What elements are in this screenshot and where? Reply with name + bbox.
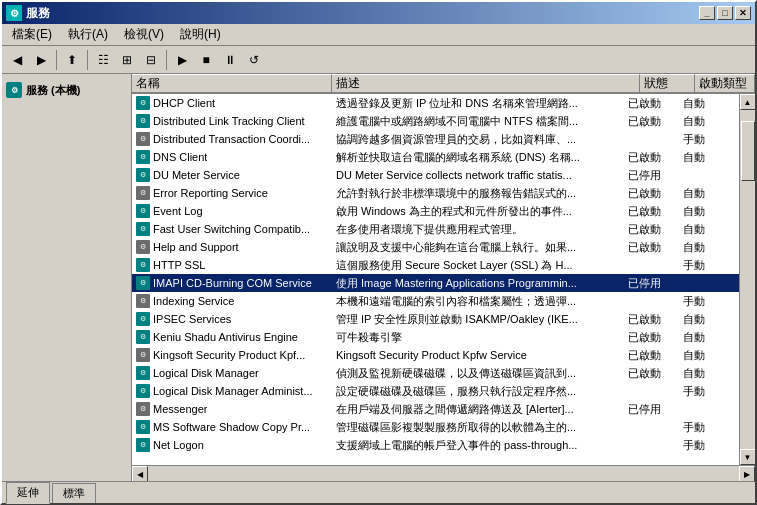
vertical-scrollbar[interactable]: ▲ ▼ [739, 94, 755, 465]
left-panel-title: ⚙ 服務 (本機) [6, 82, 127, 98]
service-desc-cell: 設定硬碟磁碟及磁碟區，服務只執行設定程序然... [332, 382, 624, 400]
service-row-icon: ⚙ [136, 258, 150, 272]
table-row[interactable]: ⚙Indexing Service本機和遠端電腦的索引內容和檔案屬性；透過彈..… [132, 292, 739, 310]
list-header: 名稱 描述 狀態 啟動類型 [132, 74, 755, 94]
service-desc-cell: DU Meter Service collects network traffi… [332, 166, 624, 184]
table-row[interactable]: ⚙Keniu Shadu Antivirus Engine可牛殺毒引擎已啟動自動 [132, 328, 739, 346]
table-row[interactable]: ⚙IMAPI CD-Burning COM Service使用 Image Ma… [132, 274, 739, 292]
service-name-cell: ⚙IMAPI CD-Burning COM Service [132, 274, 332, 292]
scroll-h-track[interactable] [148, 466, 739, 481]
service-status-cell: 已啟動 [624, 112, 679, 130]
show-button[interactable]: ☷ [92, 49, 114, 71]
menu-action[interactable]: 執行(A) [62, 24, 114, 45]
service-name-text: DNS Client [153, 151, 207, 163]
table-row[interactable]: ⚙HTTP SSL這個服務使用 Secure Socket Layer (SSL… [132, 256, 739, 274]
left-panel: ⚙ 服務 (本機) [2, 74, 132, 481]
service-row-icon: ⚙ [136, 420, 150, 434]
stop-button[interactable]: ■ [195, 49, 217, 71]
service-name-cell: ⚙IPSEC Services [132, 310, 332, 328]
service-name-text: HTTP SSL [153, 259, 205, 271]
service-desc-cell: 啟用 Windows 為主的程式和元件所發出的事件... [332, 202, 624, 220]
table-row[interactable]: ⚙Logical Disk Manager偵測及監視新硬碟磁碟，以及傳送磁碟區資… [132, 364, 739, 382]
tab-standard[interactable]: 標準 [52, 483, 96, 503]
service-startup-cell: 自動 [679, 220, 739, 238]
toolbar-separator-3 [166, 50, 167, 70]
right-panel: 名稱 描述 狀態 啟動類型 ⚙DHCP Client透過登錄及更新 IP 位址和… [132, 74, 755, 481]
service-startup-cell: 自動 [679, 148, 739, 166]
scroll-up-button[interactable]: ▲ [740, 94, 756, 110]
table-row[interactable]: ⚙DNS Client解析並快取這台電腦的網域名稱系統 (DNS) 名稱...已… [132, 148, 739, 166]
restart-button[interactable]: ↺ [243, 49, 265, 71]
service-startup-cell: 自動 [679, 184, 739, 202]
service-list[interactable]: ⚙DHCP Client透過登錄及更新 IP 位址和 DNS 名稱來管理網路..… [132, 94, 739, 465]
scroll-down-button[interactable]: ▼ [740, 449, 756, 465]
table-row[interactable]: ⚙MS Software Shadow Copy Pr...管理磁碟區影複製製服… [132, 418, 739, 436]
table-row[interactable]: ⚙Net Logon支援網域上電腦的帳戶登入事件的 pass-through..… [132, 436, 739, 454]
service-startup-cell: 手動 [679, 382, 739, 400]
play-button[interactable]: ▶ [171, 49, 193, 71]
forward-button[interactable]: ▶ [30, 49, 52, 71]
table-row[interactable]: ⚙Distributed Transaction Coordi...協調跨越多個… [132, 130, 739, 148]
menu-help[interactable]: 說明(H) [174, 24, 227, 45]
service-name-cell: ⚙Error Reporting Service [132, 184, 332, 202]
horizontal-scrollbar-container: ◀ ▶ [132, 465, 755, 481]
service-name-cell: ⚙Event Log [132, 202, 332, 220]
service-name-cell: ⚙Logical Disk Manager [132, 364, 332, 382]
scroll-track[interactable] [740, 110, 756, 449]
service-name-cell: ⚙Net Logon [132, 436, 332, 454]
col-header-status[interactable]: 狀態 [640, 74, 695, 93]
menu-view[interactable]: 檢視(V) [118, 24, 170, 45]
table-row[interactable]: ⚙Logical Disk Manager Administ...設定硬碟磁碟及… [132, 382, 739, 400]
scroll-right-button[interactable]: ▶ [739, 466, 755, 481]
service-status-cell: 已停用 [624, 400, 679, 418]
minus-button[interactable]: ⊟ [140, 49, 162, 71]
pause-button[interactable]: ⏸ [219, 49, 241, 71]
service-row-icon: ⚙ [136, 366, 150, 380]
service-desc-cell: 支援網域上電腦的帳戶登入事件的 pass-through... [332, 436, 624, 454]
table-row[interactable]: ⚙DU Meter ServiceDU Meter Service collec… [132, 166, 739, 184]
table-row[interactable]: ⚙Messenger在用戶端及伺服器之間傳遞網路傳送及 [Alerter]...… [132, 400, 739, 418]
tab-extended[interactable]: 延伸 [6, 482, 50, 504]
service-status-cell: 已啟動 [624, 202, 679, 220]
maximize-button[interactable]: □ [717, 6, 733, 20]
table-row[interactable]: ⚙Event Log啟用 Windows 為主的程式和元件所發出的事件...已啟… [132, 202, 739, 220]
service-name-text: Help and Support [153, 241, 239, 253]
table-row[interactable]: ⚙IPSEC Services管理 IP 安全性原則並啟動 ISAKMP/Oak… [132, 310, 739, 328]
service-name-text: IPSEC Services [153, 313, 231, 325]
service-desc-cell: 本機和遠端電腦的索引內容和檔案屬性；透過彈... [332, 292, 624, 310]
table-row[interactable]: ⚙Error Reporting Service允許對執行於非標準環境中的服務報… [132, 184, 739, 202]
window-icon: ⚙ [6, 5, 22, 21]
minimize-button[interactable]: _ [699, 6, 715, 20]
service-startup-cell: 手動 [679, 418, 739, 436]
col-header-desc[interactable]: 描述 [332, 74, 640, 93]
col-header-name[interactable]: 名稱 [132, 74, 332, 93]
scroll-thumb[interactable] [741, 121, 755, 181]
service-desc-cell: 使用 Image Mastering Applications Programm… [332, 274, 624, 292]
scroll-left-button[interactable]: ◀ [132, 466, 148, 481]
service-desc-cell: 可牛殺毒引擎 [332, 328, 624, 346]
back-button[interactable]: ◀ [6, 49, 28, 71]
service-name-cell: ⚙DHCP Client [132, 94, 332, 112]
service-status-cell: 已啟動 [624, 310, 679, 328]
table-row[interactable]: ⚙Distributed Link Tracking Client維護電腦中或網… [132, 112, 739, 130]
up-button[interactable]: ⬆ [61, 49, 83, 71]
table-row[interactable]: ⚙Help and Support讓說明及支援中心能夠在這台電腦上執行。如果..… [132, 238, 739, 256]
service-row-icon: ⚙ [136, 384, 150, 398]
menu-file[interactable]: 檔案(E) [6, 24, 58, 45]
service-name-text: MS Software Shadow Copy Pr... [153, 421, 310, 433]
table-row[interactable]: ⚙Kingsoft Security Product Kpf...Kingsof… [132, 346, 739, 364]
service-startup-cell: 自動 [679, 328, 739, 346]
close-button[interactable]: ✕ [735, 6, 751, 20]
service-status-cell: 已啟動 [624, 184, 679, 202]
grid-button[interactable]: ⊞ [116, 49, 138, 71]
service-status-cell [624, 292, 679, 310]
service-name-text: Error Reporting Service [153, 187, 268, 199]
service-desc-cell: 管理 IP 安全性原則並啟動 ISAKMP/Oakley (IKE... [332, 310, 624, 328]
table-row[interactable]: ⚙Fast User Switching Compatib...在多使用者環境下… [132, 220, 739, 238]
col-header-startup[interactable]: 啟動類型 [695, 74, 755, 93]
service-row-icon: ⚙ [136, 330, 150, 344]
service-row-icon: ⚙ [136, 168, 150, 182]
title-bar: ⚙ 服務 _ □ ✕ [2, 2, 755, 24]
table-row[interactable]: ⚙DHCP Client透過登錄及更新 IP 位址和 DNS 名稱來管理網路..… [132, 94, 739, 112]
tab-bar: 延伸 標準 [2, 481, 755, 503]
